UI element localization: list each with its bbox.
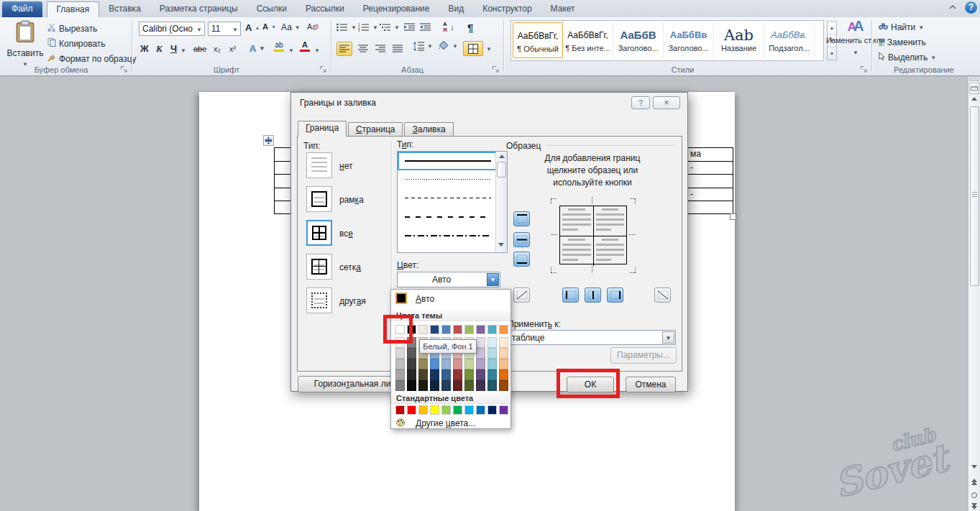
theme-variant-swatch[interactable] xyxy=(487,337,497,348)
ribbon-tab-Главная[interactable]: Главная xyxy=(47,1,100,17)
theme-color-swatch[interactable] xyxy=(453,325,462,334)
gallery-more-button[interactable]: ▼ xyxy=(828,47,836,60)
scrollbar-thumb[interactable] xyxy=(970,106,979,286)
border-type-label[interactable]: другая xyxy=(339,296,366,306)
find-button[interactable]: Найти▼ xyxy=(879,22,924,32)
scroll-up-arrow[interactable] xyxy=(969,96,979,101)
standard-color-swatch[interactable] xyxy=(464,405,474,415)
diagonal-up-border-button[interactable] xyxy=(513,287,530,303)
align-center-button[interactable] xyxy=(355,42,371,56)
theme-color-swatch[interactable] xyxy=(464,325,474,334)
theme-color-swatch[interactable] xyxy=(487,325,497,334)
increase-indent-button[interactable] xyxy=(420,23,431,32)
right-border-button[interactable] xyxy=(607,287,623,303)
line-style-item[interactable] xyxy=(398,170,507,189)
theme-variant-swatch[interactable] xyxy=(487,380,497,391)
ribbon-tab-Ссылки[interactable]: Ссылки xyxy=(247,1,296,17)
border-type-label[interactable]: рамка xyxy=(339,195,364,205)
theme-variant-swatch[interactable] xyxy=(430,359,439,369)
ribbon-tab-Рассылки[interactable]: Рассылки xyxy=(296,1,354,17)
line-style-item[interactable] xyxy=(398,208,507,226)
dialog-launcher-icon[interactable] xyxy=(120,65,128,73)
decrease-indent-button[interactable] xyxy=(404,23,415,32)
standard-color-swatch[interactable] xyxy=(441,405,451,415)
standard-color-swatch[interactable] xyxy=(487,405,497,415)
text-effects-button[interactable]: А▼ xyxy=(249,43,265,54)
dialog-tab-Заливка[interactable]: Заливка xyxy=(404,122,453,137)
border-type-icon[interactable] xyxy=(306,254,332,280)
dialog-tab-Граница[interactable]: Граница xyxy=(298,121,347,137)
cut-button[interactable]: Вырезать xyxy=(47,23,97,34)
numbering-button[interactable]: 123▼ xyxy=(358,23,378,32)
table-cell[interactable]: ма xyxy=(688,148,733,161)
diagonal-down-border-button[interactable] xyxy=(654,287,671,303)
list-scroll-up[interactable] xyxy=(499,155,505,158)
align-right-button[interactable] xyxy=(372,42,388,56)
theme-variant-swatch[interactable] xyxy=(441,380,451,391)
ruler-toggle-button[interactable] xyxy=(969,83,979,94)
theme-variant-swatch[interactable] xyxy=(453,380,462,391)
ribbon-tab-Конструктор[interactable]: Конструктор xyxy=(473,1,541,17)
border-type-icon[interactable] xyxy=(306,186,332,212)
show-marks-button[interactable]: ¶ xyxy=(467,22,473,34)
chevron-down-icon[interactable]: ▼ xyxy=(288,47,294,54)
theme-variant-swatch[interactable] xyxy=(441,359,451,369)
theme-variant-swatch[interactable] xyxy=(453,369,462,380)
style-item[interactable]: АаБбВвЗаголово... xyxy=(664,22,714,58)
border-type-label[interactable]: нет xyxy=(339,161,352,171)
italic-button[interactable]: К xyxy=(156,43,162,55)
shrink-font-button[interactable]: А▼ xyxy=(262,22,276,31)
theme-variant-swatch[interactable] xyxy=(418,369,428,380)
sort-button[interactable]: АЯ↓ xyxy=(443,22,454,33)
bottom-border-button[interactable] xyxy=(513,252,530,267)
inside-horizontal-border-button[interactable] xyxy=(513,232,530,247)
shading-button[interactable]: ▼ xyxy=(437,41,458,52)
standard-color-swatch[interactable] xyxy=(395,405,405,415)
paste-button[interactable]: Вставить ▼ xyxy=(7,20,43,68)
theme-variant-swatch[interactable] xyxy=(476,348,485,359)
table-cell[interactable]: - xyxy=(688,161,733,174)
subscript-button[interactable]: х₂ xyxy=(214,45,221,53)
table-resize-handle[interactable] xyxy=(730,213,736,220)
list-scroll-down[interactable] xyxy=(498,243,504,247)
underline-button[interactable]: Ч xyxy=(170,43,177,54)
dialog-tab-Страница[interactable]: Страница xyxy=(348,122,403,137)
border-type-icon[interactable] xyxy=(306,287,332,313)
table-cell[interactable]: - xyxy=(688,188,733,201)
theme-variant-swatch[interactable] xyxy=(499,359,508,369)
highlight-color-button[interactable]: ab xyxy=(274,42,284,52)
top-border-button[interactable] xyxy=(513,211,530,226)
theme-variant-swatch[interactable] xyxy=(487,348,497,359)
font-size-combo[interactable]: 11▼ xyxy=(208,22,241,36)
apply-to-combo[interactable]: таблице ▼ xyxy=(508,330,676,345)
change-styles-button[interactable]: АА Изменить стили ▼ xyxy=(841,22,870,66)
clear-formatting-button[interactable]: Аа xyxy=(307,22,319,32)
theme-variant-swatch[interactable] xyxy=(418,380,428,391)
style-item[interactable]: AabНазвание xyxy=(714,22,764,58)
help-button[interactable]: ? xyxy=(965,1,977,14)
chevron-down-icon[interactable]: ▼ xyxy=(180,47,186,54)
border-type-icon[interactable] xyxy=(306,220,332,246)
select-browse-object-button[interactable] xyxy=(969,491,979,500)
ribbon-tab-Разметка страницы[interactable]: Разметка страницы xyxy=(150,1,247,17)
ribbon-tab-Вид[interactable]: Вид xyxy=(439,1,473,17)
theme-variant-swatch[interactable] xyxy=(476,380,485,391)
inside-vertical-border-button[interactable] xyxy=(585,287,601,303)
theme-variant-swatch[interactable] xyxy=(395,348,405,359)
format-painter-button[interactable]: Формат по образцу xyxy=(47,53,137,64)
gallery-scroll-up[interactable]: ▲ xyxy=(828,22,836,34)
dialog-close-button[interactable]: × xyxy=(653,96,680,109)
border-type-icon[interactable] xyxy=(306,152,332,178)
table-cell[interactable] xyxy=(688,201,733,213)
split-handle[interactable] xyxy=(969,78,979,81)
theme-variant-swatch[interactable] xyxy=(487,359,497,369)
standard-color-swatch[interactable] xyxy=(430,405,439,415)
theme-variant-swatch[interactable] xyxy=(430,380,439,391)
dialog-launcher-icon[interactable] xyxy=(492,65,500,73)
theme-color-swatch[interactable] xyxy=(499,325,508,334)
change-case-button[interactable]: Аа▼ xyxy=(281,22,301,32)
theme-variant-swatch[interactable] xyxy=(395,369,405,380)
dialog-launcher-icon[interactable] xyxy=(860,65,868,73)
vertical-scrollbar[interactable] xyxy=(968,77,980,511)
ribbon-tab-Вставка[interactable]: Вставка xyxy=(99,1,150,17)
